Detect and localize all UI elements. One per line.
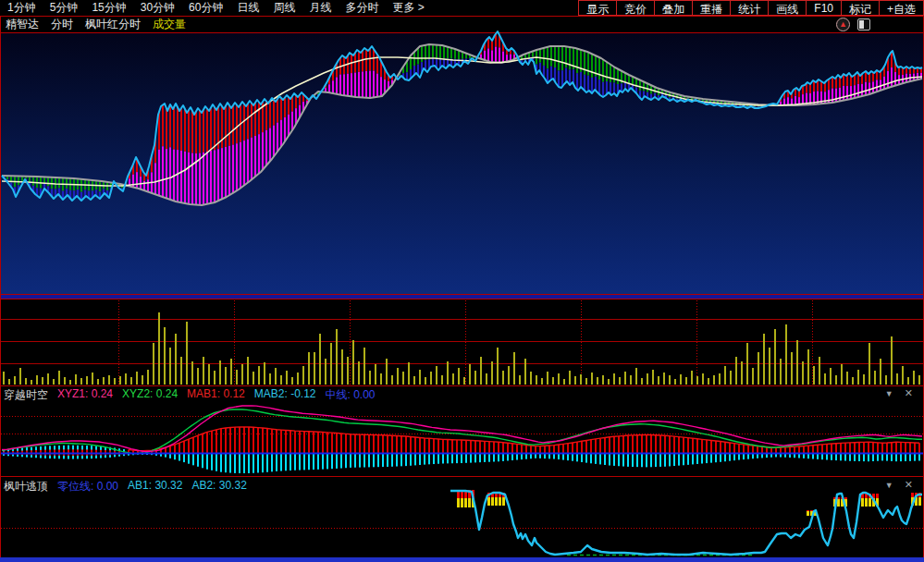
indicator-field: XYZ1: 0.24 (57, 387, 113, 403)
bottom-strip (0, 557, 924, 562)
crossing-pane-controls: ▼ ✕ (885, 387, 913, 399)
pane-title: 枫叶逃顶 (4, 479, 48, 495)
close-icon[interactable]: ✕ (905, 387, 913, 399)
indicator-field: AB1: 30.32 (128, 479, 182, 495)
indicator-values: XYZ1: 0.24XYZ2: 0.24MAB1: 0.12MAB2: -0.1… (57, 387, 376, 403)
close-icon[interactable]: ✕ (905, 479, 913, 491)
collapse-icon[interactable]: ▼ (885, 481, 893, 490)
escape-pane-controls: ▼ ✕ (885, 479, 913, 491)
chart-area[interactable] (0, 0, 924, 562)
indicator-field: 零位线: 0.00 (57, 479, 118, 495)
indicator-field: XYZ2: 0.24 (122, 387, 178, 403)
escape-pane-header: 枫叶逃顶 零位线: 0.00AB1: 30.32AB2: 30.32 (4, 479, 247, 495)
collapse-icon[interactable]: ▼ (885, 389, 893, 398)
indicator-field: AB2: 30.32 (191, 479, 246, 495)
window-border-left (0, 16, 1, 562)
indicator-field: MAB2: -0.12 (254, 387, 316, 403)
indicator-field: 中线: 0.00 (326, 387, 376, 403)
pane-title: 穿越时空 (4, 387, 48, 403)
crossing-pane-header: 穿越时空 XYZ1: 0.24XYZ2: 0.24MAB1: 0.12MAB2:… (4, 387, 376, 403)
indicator-values: 零位线: 0.00AB1: 30.32AB2: 30.32 (57, 479, 247, 495)
indicator-field: MAB1: 0.12 (187, 387, 245, 403)
